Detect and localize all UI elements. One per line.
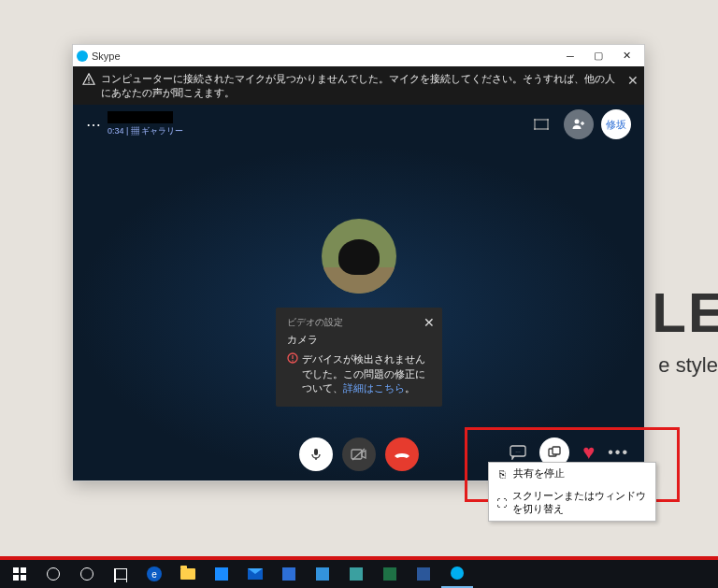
svg-rect-15 [352, 450, 362, 459]
edge-button[interactable]: e [138, 560, 170, 588]
error-message: デバイスが検出されませんでした。この問題の修正について、詳細はこちら。 [302, 352, 431, 395]
svg-rect-20 [553, 447, 560, 454]
svg-rect-23 [13, 575, 19, 581]
close-panel-button[interactable]: ✕ [424, 315, 435, 330]
background-logo-text: LE [652, 280, 718, 345]
taskbar-app3[interactable] [340, 560, 372, 588]
windows-taskbar: e [0, 560, 718, 588]
dismiss-alert-button[interactable]: ✕ [627, 72, 639, 91]
panel-subtitle: ビデオの設定 [287, 317, 431, 329]
self-avatar-badge[interactable]: 修坂 [601, 109, 631, 139]
window-title: Skype [92, 50, 121, 62]
error-icon [287, 352, 298, 364]
more-options-button[interactable]: ••• [608, 444, 629, 461]
toggle-video-button[interactable] [342, 437, 376, 471]
mute-mic-button[interactable] [299, 437, 333, 471]
svg-point-4 [547, 119, 549, 121]
switch-screen-icon: ⛶ [496, 497, 507, 509]
skype-icon [451, 566, 464, 580]
warning-icon [82, 73, 95, 86]
close-window-button[interactable]: ✕ [612, 47, 640, 65]
contact-avatar [322, 219, 396, 294]
svg-rect-22 [21, 567, 26, 573]
gallery-label[interactable]: ギャラリー [141, 126, 183, 136]
error-details-link[interactable]: 詳細はこちら [343, 382, 405, 394]
word-button[interactable] [408, 560, 439, 588]
svg-rect-13 [314, 449, 318, 455]
svg-point-6 [547, 128, 549, 130]
folder-icon [180, 568, 195, 580]
svg-point-7 [575, 120, 580, 124]
layout-grid-button[interactable] [526, 109, 556, 139]
app-icon [316, 567, 329, 581]
call-header: ⋯ 0:34 | ▦ ギャラリー 修坂 [73, 105, 644, 144]
skype-window: Skype ─ ▢ ✕ コンピューターに接続されたマイクが見つかりませんでした。… [72, 44, 645, 481]
cortana-icon [80, 567, 93, 581]
store-button[interactable] [206, 560, 237, 588]
taskview-icon [114, 568, 127, 580]
avatar-cat-image [338, 239, 380, 275]
svg-rect-24 [21, 575, 26, 581]
svg-point-12 [292, 361, 294, 363]
svg-rect-2 [535, 120, 548, 129]
menu-item-label: スクリーンまたはウィンドウを切り替え [512, 490, 648, 516]
menu-switch-screen[interactable]: ⛶ スクリーンまたはウィンドウを切り替え [489, 485, 655, 521]
maximize-button[interactable]: ▢ [584, 47, 612, 65]
mail-button[interactable] [239, 560, 271, 588]
contact-name-redacted [108, 111, 173, 123]
alert-text: コンピューターに接続されたマイクが見つかりませんでした。マイクを接続してください… [101, 72, 616, 99]
panel-title: カメラ [287, 333, 431, 347]
background-tagline-text: e style. [658, 353, 718, 378]
window-titlebar: Skype ─ ▢ ✕ [73, 45, 644, 66]
svg-line-16 [352, 449, 365, 460]
app-icon [350, 567, 363, 581]
header-more-button[interactable]: ⋯ [86, 116, 102, 134]
menu-item-label: 共有を停止 [513, 467, 565, 480]
svg-point-3 [534, 119, 536, 121]
mail-icon [248, 568, 263, 580]
stop-share-icon: ⎘ [496, 468, 508, 480]
open-chat-button[interactable]: … [510, 445, 526, 460]
file-explorer-button[interactable] [172, 560, 204, 588]
search-icon [47, 567, 60, 581]
share-context-menu: ⎘ 共有を停止 ⛶ スクリーンまたはウィンドウを切り替え [488, 462, 656, 522]
call-video-area: ✕ ビデオの設定 カメラ デバイスが検出されませんでした。この問題の修正について… [73, 144, 644, 480]
app-icon [282, 567, 295, 581]
search-button[interactable] [37, 560, 69, 588]
start-button[interactable] [4, 560, 36, 588]
end-call-button[interactable] [385, 437, 419, 471]
svg-rect-21 [13, 567, 19, 573]
store-icon [215, 567, 228, 581]
mic-missing-alert: コンピューターに接続されたマイクが見つかりませんでした。マイクを接続してください… [73, 66, 644, 105]
excel-button[interactable] [374, 560, 406, 588]
add-participant-button[interactable] [564, 109, 594, 139]
call-meta: 0:34 | ▦ ギャラリー [108, 125, 183, 137]
svg-point-1 [88, 82, 89, 83]
video-settings-panel: ✕ ビデオの設定 カメラ デバイスが検出されませんでした。この問題の修正について… [276, 308, 442, 407]
excel-icon [383, 567, 396, 581]
call-duration: 0:34 [108, 126, 124, 136]
menu-stop-sharing[interactable]: ⎘ 共有を停止 [489, 463, 655, 485]
task-view-button[interactable] [105, 560, 136, 588]
word-icon [417, 567, 430, 581]
svg-point-5 [534, 128, 536, 130]
minimize-button[interactable]: ─ [556, 47, 584, 65]
svg-text:…: … [515, 448, 521, 453]
taskbar-app2[interactable] [307, 560, 338, 588]
edge-icon: e [147, 566, 162, 581]
skype-taskbar-button[interactable] [441, 560, 473, 588]
cortana-button[interactable] [71, 560, 103, 588]
skype-logo-icon [77, 50, 88, 62]
taskbar-app1[interactable] [273, 560, 305, 588]
